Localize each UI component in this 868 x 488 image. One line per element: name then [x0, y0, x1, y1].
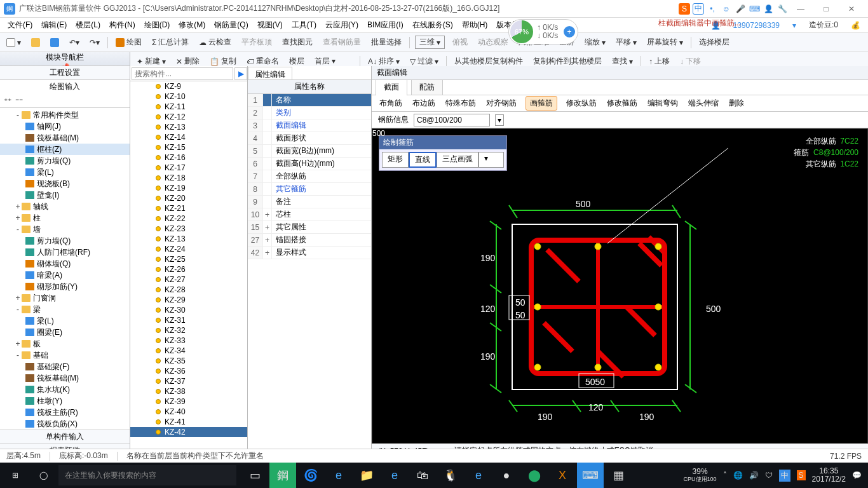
kz-item[interactable]: KZ-36 [130, 366, 247, 376]
tree-item[interactable]: 筏板基础(M) [0, 132, 130, 144]
section-tool[interactable]: 布边筋 [411, 97, 437, 110]
kz-item[interactable]: KZ-34 [130, 346, 247, 356]
prop-row[interactable]: 9备注 [248, 196, 371, 208]
kz-item[interactable]: KZ-16 [130, 152, 247, 163]
orbit-button[interactable]: 动态观察 [475, 36, 511, 49]
kz-item[interactable]: KZ-29 [130, 295, 247, 305]
prop-row[interactable]: 10+芯柱 [248, 208, 371, 221]
ime-mic-icon[interactable]: 🎤 [735, 3, 746, 15]
menu-bim[interactable]: BIM应用(I) [363, 18, 407, 32]
kz-item[interactable]: KZ-10 [130, 92, 247, 102]
redo-button[interactable]: ↷▾ [87, 37, 102, 48]
menu-edit[interactable]: 编辑(E) [37, 18, 71, 32]
app-chrome-icon[interactable]: ● [493, 463, 520, 488]
minimize-button[interactable]: — [788, 4, 813, 13]
section-tool[interactable]: 修改纵筋 [565, 97, 598, 110]
prop-row[interactable]: 7全部纵筋 [248, 170, 371, 183]
app-edge-old-icon[interactable]: e [325, 463, 352, 488]
section-tool[interactable]: 画箍筋 [526, 96, 557, 111]
ime-punct-icon[interactable]: •, [707, 3, 718, 15]
kz-item[interactable]: KZ-38 [130, 386, 247, 396]
prop-row[interactable]: 42+显示样式 [248, 247, 371, 259]
app-folder-icon[interactable]: 📁 [353, 463, 380, 488]
draw-button[interactable]: 绘图 [113, 36, 144, 49]
prop-row[interactable]: 3截面编辑 [248, 119, 371, 132]
tab-draw-input[interactable]: 绘图输入 [0, 80, 130, 94]
ime-kbd-icon[interactable]: ⌨ [749, 3, 760, 15]
section-tool[interactable]: 特殊布筋 [444, 97, 477, 110]
kz-item[interactable]: KZ-37 [130, 376, 247, 386]
tree-item[interactable]: 壁龛(I) [0, 189, 130, 201]
tab-section[interactable]: 截面 [376, 79, 407, 96]
select-floor-button[interactable]: 选择楼层 [696, 36, 732, 49]
section-tool[interactable]: 布角筋 [378, 97, 403, 110]
tree-item[interactable]: 剪力墙(Q) [0, 235, 130, 247]
app-360-icon[interactable]: ⬤ [521, 463, 548, 488]
ime-gear-icon[interactable]: 🔧 [776, 3, 788, 15]
tree-item[interactable]: 剪力墙(Q) [0, 155, 130, 166]
kz-item[interactable]: KZ-11 [130, 102, 247, 112]
windows-taskbar[interactable]: ⊞ ◯ 在这里输入你要搜索的内容 ▭ 鋼 🌀 e 📁 e 🛍 🐧 e ● ⬤ X… [0, 463, 868, 488]
rebar-info-input[interactable] [414, 114, 490, 126]
tree-group[interactable]: -基础 [0, 349, 130, 361]
section-tool[interactable]: 删除 [728, 97, 745, 110]
tree-item[interactable]: 现浇板(B) [0, 178, 130, 189]
prop-row[interactable]: 15+其它属性 [248, 221, 371, 234]
kz-item[interactable]: KZ-27 [130, 274, 247, 285]
app-excel-icon[interactable]: X [549, 463, 576, 488]
kz-item[interactable]: KZ-25 [130, 254, 247, 264]
kz-item[interactable]: KZ-40 [130, 407, 247, 417]
draw-mode-button[interactable]: 矩形 [382, 152, 409, 168]
kz-item[interactable]: KZ-33 [130, 336, 247, 346]
tab-single-input[interactable]: 单构件输入 [0, 430, 130, 444]
tree-item[interactable]: 暗梁(A) [0, 269, 130, 281]
tray-safe-icon[interactable]: 🛡 [765, 471, 773, 480]
taskview-icon[interactable]: ▭ [241, 463, 268, 488]
prop-row[interactable]: 2类别 [248, 107, 371, 119]
open-button[interactable] [29, 37, 43, 48]
kz-item[interactable]: KZ-26 [130, 264, 247, 274]
app-edge-icon[interactable]: e [381, 463, 408, 488]
section-tool[interactable]: 端头伸缩 [687, 97, 720, 110]
sogou-icon[interactable]: S [679, 3, 690, 15]
tab-project-settings[interactable]: 工程设置 [0, 66, 130, 80]
tray-vol-icon[interactable]: 🔊 [749, 471, 759, 480]
app-ggj-icon[interactable]: 鋼 [269, 463, 296, 488]
tree-item[interactable]: 人防门框墙(RF) [0, 247, 130, 258]
tree-item[interactable]: 砌体墙(Q) [0, 258, 130, 269]
align-top-button[interactable]: 平齐板顶 [239, 36, 275, 49]
cpu-meter[interactable]: 39%CPU使用100 [684, 468, 717, 483]
search-go-button[interactable]: ▶ [234, 67, 247, 80]
collapse-all-icon[interactable]: ⁻⁻ [15, 97, 23, 105]
top-view-button[interactable]: 俯视 [450, 36, 470, 49]
tree-group[interactable]: +柱 [0, 212, 130, 224]
pan-button[interactable]: 平移 ▾ [613, 36, 639, 49]
prop-row[interactable]: 27+锚固搭接 [248, 234, 371, 247]
tree-group[interactable]: -常用构件类型 [0, 109, 130, 121]
arrow-down-icon[interactable]: ▾ [789, 20, 800, 31]
app-ie-icon[interactable]: e [465, 463, 492, 488]
prop-row[interactable]: 8其它箍筋 [248, 183, 371, 196]
app-tool-icon[interactable]: ⌨ [577, 463, 604, 488]
kz-list[interactable]: KZ-9KZ-10KZ-11KZ-12KZ-13KZ-14KZ-15KZ-16K… [130, 81, 247, 458]
menu-modify[interactable]: 修改(M) [175, 18, 209, 32]
menu-online[interactable]: 在线服务(S) [409, 18, 457, 32]
kz-item[interactable]: KZ-20 [130, 193, 247, 203]
prop-row[interactable]: 6截面高(H边)(mm) [248, 158, 371, 170]
section-tool[interactable]: 修改箍筋 [606, 97, 639, 110]
kz-item[interactable]: KZ-13 [130, 234, 247, 244]
app-vb-icon[interactable]: ▦ [605, 463, 632, 488]
save-button[interactable] [48, 37, 62, 48]
tree-item[interactable]: 框柱(Z) [0, 144, 130, 155]
tab-properties[interactable]: 属性编辑 [248, 67, 292, 79]
find-elem-button[interactable]: 查找图元 [280, 36, 315, 49]
ime-face-icon[interactable]: ☺ [721, 3, 732, 15]
undo-button[interactable]: ↶▾ [67, 37, 82, 48]
prop-row[interactable]: 4截面形状 [248, 132, 371, 145]
search-input[interactable] [132, 67, 233, 80]
tree-item[interactable]: 圈梁(E) [0, 327, 130, 338]
kz-item[interactable]: KZ-13 [130, 122, 247, 132]
tree-item[interactable]: 梁(L) [0, 315, 130, 327]
tree-item[interactable]: 筏板基础(M) [0, 372, 130, 384]
speed-widget[interactable]: 67% ↑ 0K/s ↓ 0K/s + [508, 19, 578, 44]
